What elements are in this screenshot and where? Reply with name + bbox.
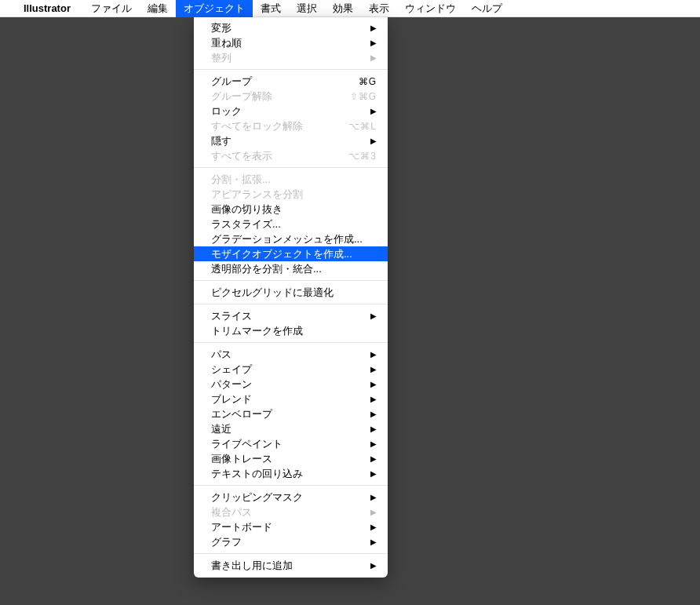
menu-item[interactable]: グループ⌘G	[194, 74, 388, 89]
menu-file[interactable]: ファイル	[83, 0, 140, 17]
menu-view[interactable]: 表示	[361, 0, 397, 17]
menu-object[interactable]: オブジェクト	[176, 0, 253, 17]
menu-separator	[194, 304, 388, 304]
menu-item[interactable]: 画像トレース▶	[194, 451, 388, 466]
submenu-arrow-icon: ▶	[370, 312, 377, 320]
submenu-arrow-icon: ▶	[370, 523, 377, 531]
submenu-arrow-icon: ▶	[370, 410, 377, 418]
menu-item-label: グラフ	[211, 535, 370, 549]
menu-item-label: すべてをロック解除	[211, 119, 348, 133]
submenu-arrow-icon: ▶	[370, 53, 377, 62]
menu-item-label: 変形	[211, 21, 370, 35]
menu-item[interactable]: モザイクオブジェクトを作成...	[194, 246, 388, 261]
submenu-arrow-icon: ▶	[370, 425, 377, 433]
menu-item[interactable]: クリッピングマスク▶	[194, 490, 388, 505]
submenu-arrow-icon: ▶	[370, 439, 377, 448]
menu-item-label: 遠近	[211, 422, 370, 436]
menu-item-label: ピクセルグリッドに最適化	[211, 286, 377, 300]
menu-item-label: 分割・拡張...	[211, 173, 377, 187]
menu-item-label: アートボード	[211, 520, 370, 534]
menu-separator	[194, 69, 388, 70]
menu-type[interactable]: 書式	[253, 0, 289, 17]
menu-item[interactable]: 書き出し用に追加▶	[194, 558, 388, 573]
menu-item[interactable]: 重ね順▶	[194, 35, 388, 50]
submenu-arrow-icon: ▶	[370, 395, 377, 403]
menu-item-shortcut: ⌥⌘3	[348, 151, 377, 162]
menu-edit[interactable]: 編集	[140, 0, 176, 17]
menu-item[interactable]: ラスタライズ...	[194, 217, 388, 231]
menu-item-label: トリムマークを作成	[211, 324, 377, 338]
menu-item-label: クリッピングマスク	[211, 490, 370, 505]
menu-separator	[194, 342, 388, 343]
menu-item[interactable]: スライス▶	[194, 308, 388, 323]
submenu-arrow-icon: ▶	[370, 38, 377, 47]
menu-item-label: グラデーションメッシュを作成...	[211, 232, 377, 246]
menu-separator	[194, 485, 388, 486]
submenu-arrow-icon: ▶	[370, 454, 377, 463]
menu-item: アピアランスを分割	[194, 187, 388, 202]
menu-item[interactable]: テキストの回り込み▶	[194, 466, 388, 481]
menu-item-label: パターン	[211, 377, 370, 392]
menu-item[interactable]: ライブペイント▶	[194, 436, 388, 451]
menu-item[interactable]: ブレンド▶	[194, 392, 388, 406]
menu-item[interactable]: 遠近▶	[194, 421, 388, 436]
menu-item-label: 整列	[211, 51, 370, 65]
menu-item: すべてを表示⌥⌘3	[194, 148, 388, 163]
menu-item-label: 書き出し用に追加	[211, 559, 370, 573]
menu-item-label: ロック	[211, 104, 370, 118]
menu-item: すべてをロック解除⌥⌘L	[194, 118, 388, 133]
menu-item-label: ラスタライズ...	[211, 217, 377, 231]
submenu-arrow-icon: ▶	[370, 24, 377, 32]
menu-separator	[194, 553, 388, 554]
menu-item[interactable]: 隠す▶	[194, 133, 388, 148]
menu-item-label: 画像の切り抜き	[211, 202, 377, 217]
submenu-arrow-icon: ▶	[370, 365, 377, 374]
menu-item[interactable]: トリムマークを作成	[194, 323, 388, 338]
menu-item[interactable]: 変形▶	[194, 20, 388, 35]
menu-item-label: パス	[211, 348, 370, 362]
menu-item[interactable]: パターン▶	[194, 377, 388, 392]
menu-item[interactable]: 透明部分を分割・統合...	[194, 261, 388, 276]
menu-item-label: すべてを表示	[211, 149, 348, 163]
menu-item[interactable]: グラフ▶	[194, 534, 388, 549]
menu-item-label: モザイクオブジェクトを作成...	[211, 247, 377, 261]
menu-item-label: スライス	[211, 309, 370, 323]
menu-item[interactable]: ピクセルグリッドに最適化	[194, 285, 388, 300]
menu-item-label: 重ね順	[211, 36, 370, 50]
app-name[interactable]: Illustrator	[24, 2, 71, 14]
menubar: Illustrator ファイル 編集 オブジェクト 書式 選択 効果 表示 ウ…	[0, 0, 700, 17]
menu-item: 分割・拡張...	[194, 172, 388, 187]
menu-separator	[194, 167, 388, 168]
menu-item-label: テキストの回り込み	[211, 467, 370, 481]
menu-item[interactable]: エンベロープ▶	[194, 406, 388, 421]
submenu-arrow-icon: ▶	[370, 538, 377, 546]
menu-item-label: 透明部分を分割・統合...	[211, 262, 377, 276]
menu-item-shortcut: ⌥⌘L	[348, 121, 377, 132]
submenu-arrow-icon: ▶	[370, 107, 377, 115]
menu-item: 複合パス▶	[194, 505, 388, 519]
menu-item[interactable]: ロック▶	[194, 104, 388, 118]
object-menu-dropdown: 変形▶重ね順▶整列▶グループ⌘Gグループ解除⇧⌘Gロック▶すべてをロック解除⌥⌘…	[194, 17, 388, 578]
menu-item: グループ解除⇧⌘G	[194, 89, 388, 104]
menu-separator	[194, 280, 388, 281]
menu-item[interactable]: 画像の切り抜き	[194, 202, 388, 217]
submenu-arrow-icon: ▶	[370, 561, 377, 570]
menu-select[interactable]: 選択	[289, 0, 325, 17]
submenu-arrow-icon: ▶	[370, 380, 377, 388]
menu-item-label: 画像トレース	[211, 452, 370, 466]
menu-item: 整列▶	[194, 50, 388, 65]
menu-item-label: シェイプ	[211, 363, 370, 377]
submenu-arrow-icon: ▶	[370, 508, 377, 516]
menu-item-shortcut: ⇧⌘G	[350, 91, 377, 102]
menu-item[interactable]: パス▶	[194, 347, 388, 362]
menu-item[interactable]: シェイプ▶	[194, 362, 388, 377]
menu-window[interactable]: ウィンドウ	[397, 0, 464, 17]
menu-item[interactable]: グラデーションメッシュを作成...	[194, 231, 388, 246]
menu-help[interactable]: ヘルプ	[464, 0, 510, 17]
menu-item-label: グループ	[211, 75, 359, 89]
menu-item-label: グループ解除	[211, 89, 350, 104]
submenu-arrow-icon: ▶	[370, 493, 377, 501]
menu-item-shortcut: ⌘G	[359, 76, 377, 87]
menu-item[interactable]: アートボード▶	[194, 519, 388, 534]
menu-effect[interactable]: 効果	[325, 0, 361, 17]
